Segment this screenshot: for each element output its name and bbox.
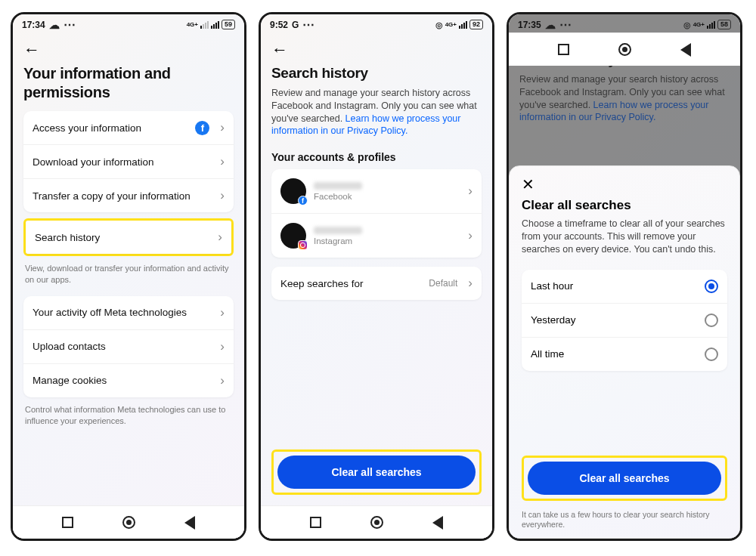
page-title: Your information and permissions [23,64,234,102]
chevron-right-icon: › [465,184,472,199]
nav-recent-icon[interactable] [310,517,321,528]
content-area: ← Your information and permissions Acces… [13,32,244,505]
row-search-history[interactable]: Search history › [26,221,231,254]
radio-icon [705,314,718,327]
cloud-icon [49,19,60,31]
more-icon [302,17,314,32]
android-nav [509,32,740,66]
group1-hint: View, download or transfer your informat… [25,263,232,286]
battery-indicator: 58 [717,20,731,29]
highlight-search-history: Search history › [23,218,234,256]
phone-2: 9:52 G 4G+ 92 ← Search history Review an… [259,12,494,541]
accounts-heading: Your accounts & profiles [271,151,482,163]
nav-back-icon[interactable] [184,516,195,530]
row-upload-contacts[interactable]: Upload contacts › [23,329,234,363]
screen-1: 17:34 4G+ 59 ← Your information and perm… [13,14,244,539]
radio-selected-icon [705,280,718,293]
row-manage-cookies[interactable]: Manage cookies › [23,363,234,397]
signal-icon [707,21,715,29]
chevron-right-icon: › [217,373,225,388]
option-last-hour[interactable]: Last hour [522,270,727,303]
network-label: 4G+ [445,21,457,28]
sheet-footnote: It can take us a few hours to clear your… [522,510,727,530]
settings-group-2: Your activity off Meta technologies › Up… [23,296,234,397]
account-facebook[interactable]: f Facebook › [271,169,482,213]
status-time: 17:35 [518,20,541,30]
account-instagram[interactable]: Instagram › [271,213,482,258]
nav-home-icon[interactable] [370,516,383,529]
facebook-badge-icon: f [298,196,308,205]
account-name-blur [314,227,362,234]
chevron-right-icon: › [217,305,225,320]
signal-icon [200,21,209,29]
status-time: 17:34 [22,20,45,30]
screen-2: 9:52 G 4G+ 92 ← Search history Review an… [261,14,492,539]
more-icon [559,17,572,32]
signal-icon [459,21,467,29]
row-download-info[interactable]: Download your information › [23,144,234,178]
phone-1: 17:34 4G+ 59 ← Your information and perm… [11,12,246,541]
eye-icon [435,20,443,30]
chevron-right-icon: › [217,120,225,135]
option-all-time[interactable]: All time [522,337,727,371]
chevron-right-icon: › [217,339,225,354]
chevron-right-icon: › [465,228,472,243]
google-icon: G [292,20,299,30]
status-bar: 9:52 G 4G+ 92 [261,14,492,32]
screen-3: 17:35 4G+ 58 ← Search history Review and… [509,14,740,539]
page-desc: Review and manage your search history ac… [271,87,482,138]
status-bar: 17:34 4G+ 59 [13,14,244,32]
nav-back-icon[interactable] [432,516,443,530]
instagram-badge-icon [298,240,308,250]
close-icon[interactable]: ✕ [522,175,727,193]
android-nav [261,505,492,539]
content-area: ← Search history Review and manage your … [261,32,492,505]
avatar [280,223,306,249]
network-label: 4G+ [693,21,705,28]
clear-sheet: ✕ Clear all searches Choose a timeframe … [509,165,740,539]
phone-3: 17:35 4G+ 58 ← Search history Review and… [507,12,742,541]
facebook-icon: f [195,121,209,135]
radio-icon [705,348,718,361]
account-name-blur [314,182,362,190]
group2-hint: Control what information Meta technologi… [25,404,232,427]
nav-recent-icon[interactable] [62,517,73,528]
keep-searches-card: Keep searches for Default › [271,267,482,300]
nav-home-icon[interactable] [122,516,135,529]
nav-recent-icon[interactable] [558,44,569,55]
clear-all-button[interactable]: Clear all searches [277,456,476,489]
back-button[interactable]: ← [271,36,482,61]
chevron-right-icon: › [217,154,225,169]
cloud-icon [545,19,556,31]
signal-icon-2 [211,21,219,29]
highlight-clear-button: Clear all searches [271,449,482,495]
option-yesterday[interactable]: Yesterday [522,303,727,337]
avatar: f [280,178,306,204]
nav-home-icon[interactable] [618,43,631,56]
page-title: Search history [271,64,482,82]
row-keep-searches[interactable]: Keep searches for Default › [271,267,482,300]
timeframe-options: Last hour Yesterday All time [522,270,727,371]
settings-group-1: Access your information f › Download you… [23,111,234,212]
back-button[interactable]: ← [23,36,234,61]
eye-icon [683,20,691,30]
battery-indicator: 92 [469,20,483,29]
battery-indicator: 59 [222,20,235,29]
status-bar: 17:35 4G+ 58 [509,14,740,32]
chevron-right-icon: › [465,276,472,291]
row-access-info[interactable]: Access your information f › [23,111,234,144]
sheet-desc: Choose a timeframe to clear all of your … [522,218,727,256]
sheet-title: Clear all searches [522,198,727,213]
status-time: 9:52 [270,20,288,30]
row-activity-off-meta[interactable]: Your activity off Meta technologies › [23,296,234,329]
highlight-confirm-clear: Clear all searches [522,456,727,501]
chevron-right-icon: › [217,188,225,203]
nav-back-icon[interactable] [680,43,691,57]
confirm-clear-button[interactable]: Clear all searches [528,462,721,495]
accounts-card: f Facebook › Instagram [271,169,482,258]
more-icon [64,17,76,32]
row-transfer-copy[interactable]: Transfer a copy of your information › [23,178,234,212]
android-nav [13,505,244,539]
chevron-right-icon: › [215,230,222,245]
network-label: 4G+ [187,21,198,28]
